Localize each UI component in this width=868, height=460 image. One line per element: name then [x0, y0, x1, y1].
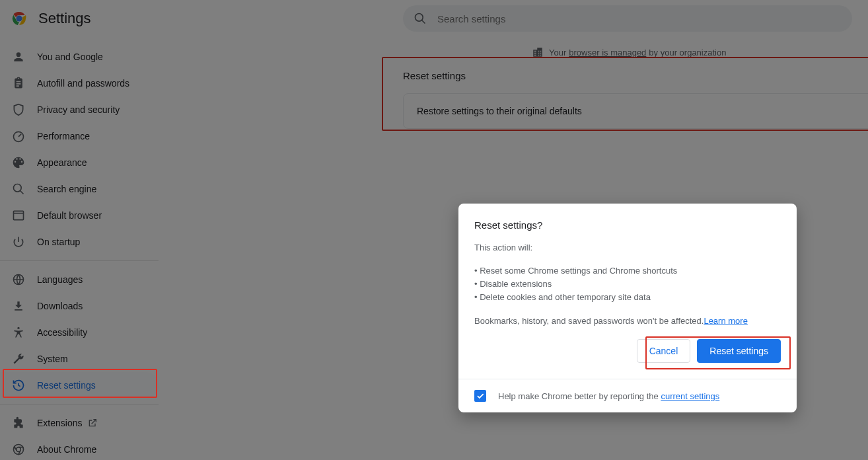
- dialog-bullets: • Reset some Chrome settings and Chrome …: [474, 264, 781, 304]
- dialog-bullet: • Reset some Chrome settings and Chrome …: [474, 264, 781, 278]
- reset-button[interactable]: Reset settings: [697, 339, 781, 363]
- footer-text: Help make Chrome better by reporting the…: [498, 391, 719, 401]
- dialog-bullet: • Delete cookies and other temporary sit…: [474, 291, 781, 304]
- dialog-title: Reset settings?: [474, 219, 781, 231]
- dialog-note: Bookmarks, history, and saved passwords …: [474, 316, 781, 326]
- dialog-footer: Help make Chrome better by reporting the…: [458, 379, 797, 412]
- reset-dialog: Reset settings? This action will: • Rese…: [458, 204, 797, 412]
- current-settings-link[interactable]: current settings: [661, 391, 719, 401]
- report-checkbox[interactable]: [474, 390, 486, 402]
- dialog-subtitle: This action will:: [474, 243, 781, 252]
- dialog-bullet: • Disable extensions: [474, 278, 781, 291]
- dialog-body: Reset settings? This action will: • Rese…: [458, 204, 797, 379]
- cancel-button[interactable]: Cancel: [637, 339, 691, 363]
- dialog-actions: Cancel Reset settings: [474, 339, 781, 363]
- learn-more-link[interactable]: Learn more: [704, 316, 747, 326]
- app-root: Settings You and Google Autofill and pas…: [0, 0, 868, 460]
